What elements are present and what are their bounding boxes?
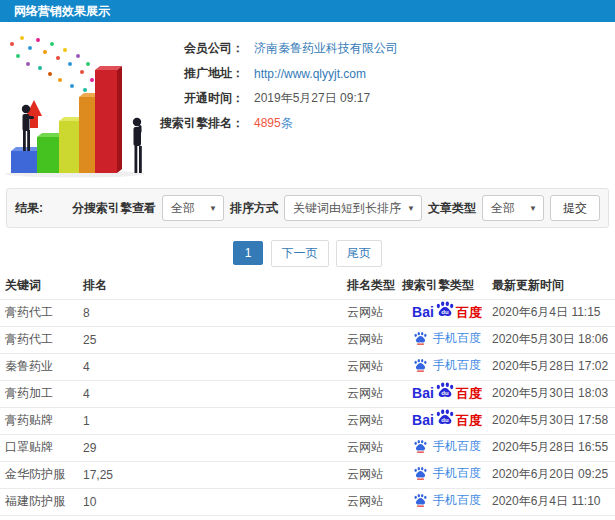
title-bar: 网络营销效果展示 xyxy=(0,0,615,22)
updated-cell: 2020年6月4日 11:15 xyxy=(492,299,615,326)
filter-panel: 结果: 分搜索引擎查看 全部 ▼ 排序方式 关键词由短到长排序 ▼ 文章类型 全… xyxy=(6,188,609,228)
keyword-cell: 秦鲁药业 xyxy=(0,353,83,380)
pagination-next-button[interactable]: 下一页 xyxy=(271,240,329,267)
promo-url-label: 推广地址： xyxy=(160,65,244,82)
sort-filter-value: 关键词由短到长排序 xyxy=(293,201,401,215)
baidu-mobile-text: 手机百度 xyxy=(433,332,481,344)
header-rank: 排名 xyxy=(83,272,347,299)
baidu-mobile-logo: 手机百度 xyxy=(413,331,481,345)
rank-type-cell xyxy=(347,515,402,520)
engine-cell: Bai du 百度 xyxy=(402,299,492,326)
rank-count-label: 搜索引擎排名： xyxy=(160,115,244,132)
engine-filter-label: 分搜索引擎查看 xyxy=(72,200,156,217)
pagination-page-1[interactable]: 1 xyxy=(233,241,263,265)
rank-cell[interactable]: 1 xyxy=(83,407,347,434)
rank-cell[interactable]: 17,25 xyxy=(83,461,347,488)
engine-cell: Bai du 百度 xyxy=(402,407,492,434)
info-row-open-time: 开通时间： 2019年5月27日 09:17 xyxy=(160,86,615,111)
company-name-link[interactable]: 济南秦鲁药业科技有限公司 xyxy=(254,40,398,57)
updated-cell: 2020年5月28日 17:02 xyxy=(492,353,615,380)
header-updated: 最新更新时间 xyxy=(492,272,615,299)
chevron-down-icon: ▼ xyxy=(529,196,537,222)
rank-count-suffix: 条 xyxy=(281,116,293,130)
engine-cell: 手机百度 xyxy=(402,461,492,488)
rank-count-value: 4895条 xyxy=(254,115,293,132)
rank-cell[interactable]: 29 xyxy=(83,434,347,461)
table-row: 秦鲁药业4云网站 手机百度2020年5月28日 17:02 xyxy=(0,353,615,380)
header-rank-type: 排名类型 xyxy=(347,272,402,299)
keyword-cell: 膏药贴牌 xyxy=(0,407,83,434)
baidu-mobile-text: 手机百度 xyxy=(433,494,481,506)
updated-cell: 2020年5月30日 17:58 xyxy=(492,407,615,434)
engine-cell: 手机百度 xyxy=(402,515,492,520)
rank-type-cell: 云网站 xyxy=(347,461,402,488)
updated-cell: 2020年6月20日 09:25 xyxy=(492,461,615,488)
rank-cell[interactable]: 8 xyxy=(83,299,347,326)
baidu-mobile-logo: 手机百度 xyxy=(413,439,481,453)
baidu-mobile-text: 手机百度 xyxy=(433,359,481,371)
baidu-du-text: du xyxy=(441,309,449,315)
marketing-illustration xyxy=(0,30,160,180)
baidu-mobile-logo: 手机百度 xyxy=(413,466,481,480)
baidu-paw-icon: du xyxy=(435,300,455,318)
sort-filter-label: 排序方式 xyxy=(230,200,278,217)
baidu-paw-icon: du xyxy=(435,408,455,426)
pagination-last-button[interactable]: 尾页 xyxy=(336,240,382,267)
keyword-ranking-table: 关键词 排名 排名类型 搜索引擎类型 最新更新时间 膏药代工8云网站Bai du… xyxy=(0,272,615,520)
baidu-cn-text: 百度 xyxy=(456,387,482,400)
header-keyword: 关键词 xyxy=(0,272,83,299)
keyword-cell: 膏药代工 xyxy=(0,326,83,353)
baidu-mobile-paw-icon xyxy=(413,493,428,507)
keyword-cell xyxy=(0,515,83,520)
page-title: 网络营销效果展示 xyxy=(14,4,110,18)
rank-type-cell: 云网站 xyxy=(347,434,402,461)
confetti-dots xyxy=(10,36,104,92)
baidu-mobile-paw-icon xyxy=(413,439,428,453)
keyword-cell: 福建防护服 xyxy=(0,488,83,515)
baidu-mobile-logo: 手机百度 xyxy=(413,493,481,507)
updated-cell: 2020年5月30日 18:06 xyxy=(492,326,615,353)
baidu-bai-text: Bai xyxy=(412,386,434,400)
baidu-logo: Bai du 百度 xyxy=(412,305,482,319)
article-type-value: 全部 xyxy=(491,201,515,215)
businessman-right xyxy=(133,118,142,173)
engine-filter-value: 全部 xyxy=(171,201,195,215)
baidu-mobile-paw-icon xyxy=(413,466,428,480)
engine-cell: 手机百度 xyxy=(402,326,492,353)
results-section-label: 结果: xyxy=(15,200,43,217)
rank-type-cell: 云网站 xyxy=(347,353,402,380)
chevron-down-icon: ▼ xyxy=(407,196,415,222)
sort-filter-select[interactable]: 关键词由短到长排序 ▼ xyxy=(284,195,422,221)
info-row-url: 推广地址： http://www.qlyyjt.com xyxy=(160,61,615,86)
rank-cell[interactable]: 4 xyxy=(83,353,347,380)
table-row: 金华防护服17,25云网站 手机百度2020年6月20日 09:25 xyxy=(0,461,615,488)
rank-cell[interactable]: 10 xyxy=(83,488,347,515)
promo-url-link[interactable]: http://www.qlyyjt.com xyxy=(254,67,366,81)
table-row: 膏药代工25云网站 手机百度2020年5月30日 18:06 xyxy=(0,326,615,353)
updated-cell xyxy=(492,515,615,520)
table-row: 膏药代工8云网站Bai du 百度2020年6月4日 11:15 xyxy=(0,299,615,326)
rank-cell[interactable] xyxy=(83,515,347,520)
baidu-bai-text: Bai xyxy=(412,305,434,319)
baidu-logo: Bai du 百度 xyxy=(412,386,482,400)
keyword-cell: 膏药加工 xyxy=(0,380,83,407)
keyword-cell: 膏药代工 xyxy=(0,299,83,326)
table-row: 膏药加工4云网站Bai du 百度2020年5月30日 18:03 xyxy=(0,380,615,407)
rank-cell[interactable]: 25 xyxy=(83,326,347,353)
article-type-label: 文章类型 xyxy=(428,200,476,217)
baidu-cn-text: 百度 xyxy=(456,306,482,319)
updated-cell: 2020年5月30日 18:03 xyxy=(492,380,615,407)
article-type-select[interactable]: 全部 ▼ xyxy=(482,195,544,221)
engine-filter-select[interactable]: 全部 ▼ xyxy=(162,195,224,221)
baidu-mobile-text: 手机百度 xyxy=(433,440,481,452)
baidu-du-text: du xyxy=(441,390,449,396)
company-info-list: 会员公司： 济南秦鲁药业科技有限公司 推广地址： http://www.qlyy… xyxy=(160,30,615,180)
rank-cell[interactable]: 4 xyxy=(83,380,347,407)
company-label: 会员公司： xyxy=(160,40,244,57)
chevron-down-icon: ▼ xyxy=(209,196,217,222)
table-row: 口罩贴牌29云网站 手机百度2020年5月28日 16:55 xyxy=(0,434,615,461)
baidu-cn-text: 百度 xyxy=(456,414,482,427)
table-row: 福建防护服10云网站 手机百度2020年6月4日 11:10 xyxy=(0,488,615,515)
engine-cell: 手机百度 xyxy=(402,488,492,515)
submit-button[interactable]: 提交 xyxy=(550,195,600,221)
